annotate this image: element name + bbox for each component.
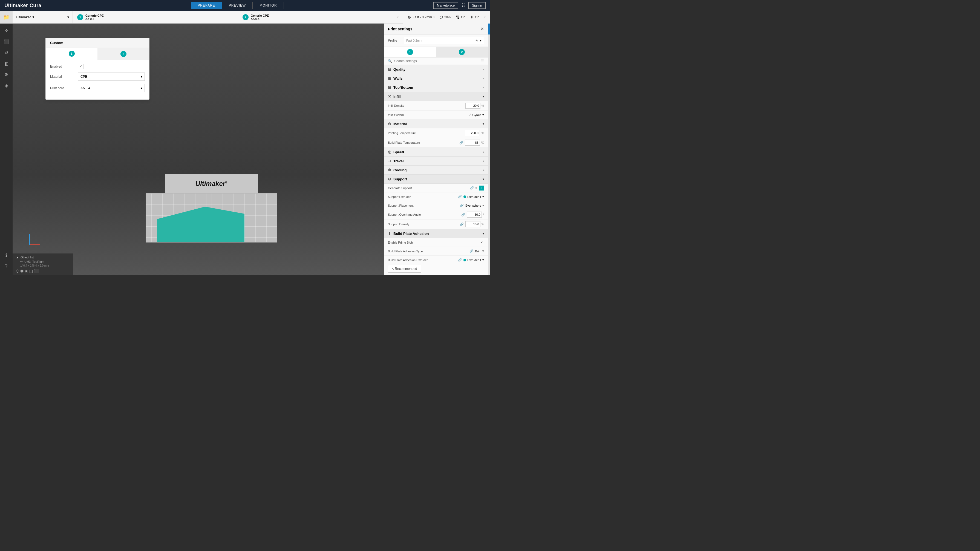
category-quality[interactable]: ⊟ Quality ‹ xyxy=(384,65,488,74)
adhesion-ext-icons: 🔗 xyxy=(458,258,462,262)
obj-action-2[interactable]: ⬢ xyxy=(20,269,24,273)
category-topbottom[interactable]: ⊟ Top/Bottom ‹ xyxy=(384,83,488,92)
help-btn[interactable]: ? xyxy=(2,261,11,271)
marketplace-button[interactable]: Marketplace xyxy=(433,2,458,9)
printing-temp-name: Printing Temperature xyxy=(388,131,465,135)
category-infill[interactable]: ✕ Infill ▾ xyxy=(384,92,488,101)
category-cooling[interactable]: ❄ Cooling ‹ xyxy=(384,166,488,175)
material-select[interactable]: CPE ▾ xyxy=(78,73,145,81)
prime-blob-checkbox[interactable]: ✓ xyxy=(479,240,484,245)
support-ext-link-icon[interactable]: 🔗 xyxy=(458,195,462,199)
infill-density-value: % xyxy=(465,103,484,109)
support-overhang-link-icon[interactable]: 🔗 xyxy=(461,213,465,217)
category-support[interactable]: ⊙ Support ▾ xyxy=(384,175,488,184)
recommended-button[interactable]: < Recommended xyxy=(388,265,421,272)
obj-action-5[interactable]: ⬛ xyxy=(34,269,38,273)
ultimaker-3d-text: Ultimaker3 xyxy=(196,180,228,188)
support-ext-chevron: ▾ xyxy=(482,195,484,199)
support-blocker[interactable]: ◈ xyxy=(2,80,11,90)
category-speed[interactable]: ◎ Speed ‹ xyxy=(384,148,488,156)
obj-action-1[interactable]: ⬡ xyxy=(16,269,19,273)
adhesion-type-name: Build Plate Adhesion Type xyxy=(388,250,469,253)
file-button[interactable]: 📁 xyxy=(0,11,13,24)
custom-tab-1[interactable]: 1 xyxy=(46,48,97,60)
extruder2-section[interactable]: 2 Generic CPE AA 0.4 ▾ xyxy=(238,11,404,24)
support-density-link-icon[interactable]: 🔗 xyxy=(460,223,464,226)
infill-pattern-dropdown[interactable]: Gyroid ▾ xyxy=(473,113,484,116)
nav-prepare[interactable]: PREPARE xyxy=(191,2,222,9)
mirror-tool[interactable]: ◧ xyxy=(2,59,11,68)
category-travel[interactable]: ⊸ Travel ‹ xyxy=(384,156,488,166)
nav-monitor[interactable]: MONITOR xyxy=(253,2,283,9)
ps-extruder-tabs: 1 2 xyxy=(384,47,488,57)
printer-select[interactable]: Ultimaker 3 ▾ xyxy=(13,11,73,24)
move-tool[interactable]: ✛ xyxy=(2,26,11,36)
settings-scrollbar[interactable] xyxy=(488,24,490,276)
support-placement-dropdown[interactable]: Everywhere ▾ xyxy=(465,204,484,207)
ps-ext-tab-2[interactable]: 2 xyxy=(436,47,488,57)
prime-blob-name: Enable Prime Blob xyxy=(388,241,468,244)
support-overhang-input[interactable] xyxy=(467,212,482,218)
object-list-header[interactable]: ▲ Object list xyxy=(16,256,70,259)
custom-popup: Custom 1 2 Enabled ✓ Material xyxy=(45,38,150,100)
adhesion-type-link-icon[interactable]: 🔗 xyxy=(469,249,473,253)
infill-density-input[interactable] xyxy=(465,103,480,109)
quality-icon: ⊟ xyxy=(388,67,391,72)
gen-support-icons: 🔗 ↺ xyxy=(470,186,477,190)
signin-button[interactable]: Sign in xyxy=(468,2,485,9)
profile-item[interactable]: ⚙ Fast - 0.2mm ▾ xyxy=(407,15,435,19)
gen-support-reset-icon[interactable]: ↺ xyxy=(475,186,477,190)
x-axis xyxy=(29,244,40,245)
category-walls[interactable]: ⊞ Walls ‹ xyxy=(384,74,488,83)
printcore-row: Print core AA 0.4 ▾ xyxy=(50,84,145,92)
settings-expand-icon[interactable]: ▾ xyxy=(484,16,485,19)
grid-icon[interactable]: ⠿ xyxy=(461,2,465,8)
adhesion-extruder-dropdown[interactable]: Extruder 1 ▾ xyxy=(463,258,484,262)
support-extruder-row: Support Extruder 🔗 Extruder 1 ▾ xyxy=(384,193,488,201)
support-place-link-icon[interactable]: 🔗 xyxy=(460,204,464,207)
gen-support-link-icon[interactable]: 🔗 xyxy=(470,186,474,190)
support-density-icons: 🔗 xyxy=(460,223,464,226)
nav-preview[interactable]: PREVIEW xyxy=(222,2,253,9)
support-density-unit: % xyxy=(482,223,484,226)
adhesion-item[interactable]: ⬇ On xyxy=(470,15,479,19)
speed-icon: ◎ xyxy=(388,150,391,154)
infill-pattern-reset-icon[interactable]: ↺ xyxy=(468,113,471,116)
ps-ext-tab-1[interactable]: 1 xyxy=(384,47,436,57)
obj-action-3[interactable]: ▣ xyxy=(25,269,28,273)
extruder1-section[interactable]: 1 Generic CPE AA 0.4 xyxy=(73,11,238,24)
support-density-input[interactable] xyxy=(465,221,480,227)
build-plate-temp-link-icon[interactable]: 🔗 xyxy=(459,141,463,145)
search-input[interactable] xyxy=(394,59,479,63)
close-settings-button[interactable]: ✕ xyxy=(480,26,484,32)
generate-support-checkbox[interactable]: ✓ xyxy=(479,186,484,191)
printcore-select[interactable]: AA 0.4 ▾ xyxy=(78,84,145,92)
support-extruder-dropdown[interactable]: Extruder 1 ▾ xyxy=(463,195,484,199)
support-item[interactable]: 🏗 On xyxy=(456,15,465,19)
rotate-tool[interactable]: ↺ xyxy=(2,48,11,57)
search-icon: 🔍 xyxy=(388,59,392,63)
adhesion-ext-link-icon[interactable]: 🔗 xyxy=(458,258,462,262)
adhesion-chevron: ▾ xyxy=(483,232,484,235)
model-backdrop: Ultimaker3 xyxy=(165,174,258,193)
filter-icon[interactable]: ☰ xyxy=(481,59,484,63)
obj-action-4[interactable]: ◫ xyxy=(29,269,33,273)
per-model-settings[interactable]: ⚙ xyxy=(2,70,11,80)
category-material[interactable]: ⊙ Material ▾ xyxy=(384,119,488,128)
printing-temp-input[interactable] xyxy=(465,130,480,136)
infill-item[interactable]: ⬡ 20% xyxy=(440,15,451,19)
custom-tab-2[interactable]: 2 xyxy=(97,48,149,60)
adhesion-type-row: Build Plate Adhesion Type 🔗 Brim ▾ xyxy=(384,247,488,256)
build-plate-temp-input[interactable] xyxy=(465,140,480,146)
viewport[interactable]: Custom 1 2 Enabled ✓ Material xyxy=(13,24,384,276)
settings-scrollbar-thumb[interactable] xyxy=(488,24,490,35)
scale-tool[interactable]: ⬛ xyxy=(2,37,11,46)
popup-body: Enabled ✓ Material CPE ▾ Print core AA xyxy=(46,60,149,99)
topbottom-icon: ⊟ xyxy=(388,85,391,89)
enabled-checkbox[interactable]: ✓ xyxy=(78,64,83,69)
category-adhesion[interactable]: ⬇ Build Plate Adhesion ▾ xyxy=(384,229,488,238)
profile-select[interactable]: Fast 0.2mm ★ ▾ xyxy=(404,37,484,45)
adhesion-type-dropdown[interactable]: Brim ▾ xyxy=(475,249,484,253)
material-chevron: ▾ xyxy=(483,123,484,125)
info-btn[interactable]: ℹ xyxy=(2,250,11,260)
